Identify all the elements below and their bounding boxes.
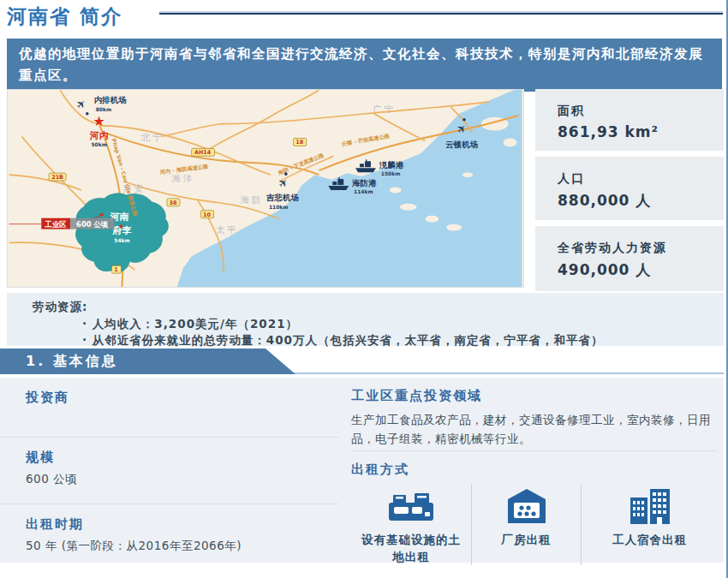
factory-icon — [507, 488, 546, 524]
svg-text:600 公顷: 600 公顷 — [76, 220, 109, 229]
province-stats: 面积 861,93 km² 人口 880,000 人 全省劳动人力资源 490,… — [535, 89, 724, 297]
lease-period-value: 50 年 (第一阶段：从2016年至2066年) — [26, 539, 338, 554]
scale-row: 规模 600 公顷 — [0, 438, 338, 504]
lease-period-label: 出租时期 — [26, 516, 338, 533]
investment-fields-block: 工业区重点投资领域 生产加工食品及农产品，建材，交通设备修理工业，室内装修，日用… — [351, 378, 718, 451]
stat-box-area: 面积 861,93 km² — [535, 89, 724, 151]
lease-methods-block: 出租方式 — [351, 451, 718, 565]
investor-label: 投资商 — [26, 390, 338, 406]
star-icon: ★ — [93, 113, 105, 129]
basic-info-left-column: 投资商 规模 600 公顷 出租时期 50 年 (第一阶段：从2016年至206… — [0, 378, 338, 563]
labor-resources-panel: 劳动资源: · 人均收入：3,200美元/年（2021） · 从邻近省份来就业的… — [7, 293, 724, 346]
lease-methods-title: 出租方式 — [351, 462, 718, 478]
svg-text:涀麟港: 涀麟港 — [379, 160, 404, 170]
svg-text:114km: 114km — [354, 188, 373, 194]
svg-text:21B: 21B — [51, 174, 63, 181]
investment-fields-title: 工业区重点投资领域 — [351, 388, 718, 404]
svg-text:内排机场: 内排机场 — [94, 95, 127, 104]
svg-text:10: 10 — [203, 212, 211, 218]
intro-banner: 优越的地理位置助于河南省与邻省和全国进行交流经济、文化社会、科技技术，特别是河内… — [7, 39, 722, 92]
svg-text:海防港: 海防港 — [351, 178, 377, 188]
stat-box-population: 人口 880,000 人 — [535, 157, 724, 220]
svg-text:海防: 海防 — [241, 194, 264, 205]
scale-label: 规模 — [26, 450, 338, 466]
lease-option-label: 设有基础设施的土地出租 — [358, 532, 465, 565]
dormitory-icon — [629, 488, 671, 524]
lease-option-factory: 厂房出租 — [471, 485, 581, 565]
svg-text:广宁: 广宁 — [373, 104, 396, 114]
labor-item: · 人均收入：3,200美元/年（2021） — [7, 316, 724, 333]
map-svg: 北宁 兴安 海洋 海防 太平 广宁 Phap Van - Cau Gie 高速公… — [8, 90, 523, 287]
stat-box-labor-force: 全省劳动人力资源 490,000 人 — [535, 226, 724, 291]
svg-text:80km: 80km — [96, 106, 111, 112]
lease-option-label: 厂房出租 — [502, 532, 552, 549]
basic-info-right-column: 工业区重点投资领域 生产加工食品及农产品，建材，交通设备修理工业，室内装修，日用… — [351, 378, 718, 563]
svg-text:38: 38 — [169, 200, 176, 206]
lease-option-dormitory: 工人宿舍出租 — [581, 485, 718, 565]
svg-text:河内: 河内 — [89, 130, 109, 141]
svg-text:110km: 110km — [269, 204, 289, 210]
scale-value: 600 公顷 — [26, 472, 338, 487]
lease-options-row: 设有基础设施的土地出租 — [351, 485, 718, 565]
svg-text:太平: 太平 — [216, 224, 239, 235]
svg-text:18: 18 — [295, 139, 303, 146]
lease-option-land: 设有基础设施的土地出租 — [351, 485, 471, 565]
page-title: 河南省 简介 — [7, 3, 122, 30]
labor-item: · 从邻近省份来就业的总劳动量：400万人（包括兴安省，太平省，南定省，宁平省，… — [7, 332, 724, 349]
investment-fields-body: 生产加工食品及农产品，建材，交通设备修理工业，室内装修，日用品，电子组装，精密机… — [351, 411, 718, 448]
svg-text:AH14: AH14 — [194, 149, 212, 156]
section-header: 1. 基本信息 — [0, 349, 295, 374]
svg-text:54km: 54km — [114, 237, 129, 243]
investor-row: 投资商 — [0, 378, 338, 438]
lease-period-row: 出租时期 50 年 (第一阶段：从2016年至2066年) — [0, 504, 338, 563]
svg-text:1: 1 — [114, 266, 118, 273]
svg-text:云顿机场: 云顿机场 — [445, 140, 478, 149]
section-title: 1. 基本信息 — [26, 353, 118, 369]
page: 河南省 简介 优越的地理位置助于河南省与邻省和全国进行交流经济、文化社会、科技技… — [0, 0, 728, 578]
province-map: 北宁 兴安 海洋 海防 太平 广宁 Phap Van - Cau Gie 高速公… — [7, 89, 524, 288]
svg-text:50km: 50km — [91, 141, 106, 147]
svg-text:吉悲机场: 吉悲机场 — [266, 193, 299, 202]
svg-text:150km: 150km — [381, 170, 401, 176]
labor-title: 劳动资源: — [7, 299, 724, 316]
svg-text:北宁: 北宁 — [140, 132, 164, 142]
title-rule — [159, 11, 723, 15]
svg-text:海洋: 海洋 — [171, 173, 194, 183]
svg-text:工业区: 工业区 — [45, 220, 68, 229]
lease-option-label: 工人宿舍出租 — [612, 532, 687, 549]
land-icon — [386, 488, 436, 524]
basic-info-section: 投资商 规模 600 公顷 出租时期 50 年 (第一阶段：从2016年至206… — [0, 378, 724, 563]
